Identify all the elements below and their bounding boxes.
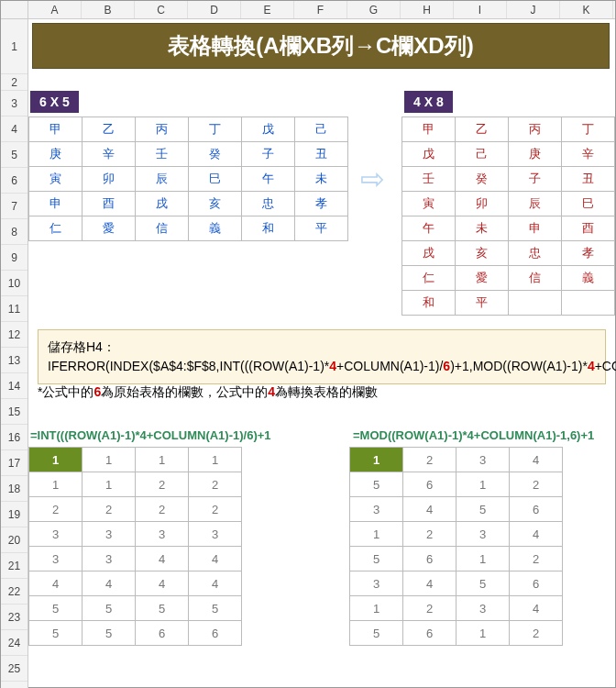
cell[interactable]: 1 xyxy=(29,448,82,472)
row-15[interactable]: 15 xyxy=(1,399,28,425)
cell[interactable]: 丁 xyxy=(562,117,615,142)
cell[interactable]: 3 xyxy=(456,522,510,547)
cell[interactable]: 4 xyxy=(136,547,189,571)
cell[interactable]: 申 xyxy=(509,216,562,241)
cell[interactable]: 平 xyxy=(295,216,348,241)
cell[interactable]: 2 xyxy=(136,472,189,497)
cell[interactable]: 和 xyxy=(402,291,456,316)
col-F[interactable]: F xyxy=(294,1,347,18)
cell[interactable]: 4 xyxy=(136,571,189,596)
cell[interactable]: 3 xyxy=(350,571,403,596)
cell[interactable]: 4 xyxy=(29,571,82,596)
cell[interactable]: 1 xyxy=(82,472,136,497)
cell[interactable]: 信 xyxy=(509,266,562,291)
cell[interactable]: 2 xyxy=(82,497,136,522)
col-K[interactable]: K xyxy=(560,1,613,18)
cell[interactable]: 愛 xyxy=(82,216,136,241)
cell[interactable] xyxy=(509,291,562,316)
cell[interactable]: 2 xyxy=(136,497,189,522)
cell[interactable]: 丑 xyxy=(295,142,348,167)
row-12[interactable]: 12 xyxy=(1,322,28,348)
cell[interactable]: 5 xyxy=(29,621,82,646)
cell[interactable]: 義 xyxy=(562,266,615,291)
row-10[interactable]: 10 xyxy=(1,271,28,296)
cell[interactable]: 3 xyxy=(456,596,510,621)
cell[interactable]: 4 xyxy=(82,571,136,596)
row-16[interactable]: 16 xyxy=(1,425,28,450)
col-C[interactable]: C xyxy=(135,1,188,18)
cell[interactable]: 2 xyxy=(403,448,456,472)
cell[interactable]: 壬 xyxy=(136,142,189,167)
cell[interactable]: 己 xyxy=(456,142,509,167)
row-5[interactable]: 5 xyxy=(1,142,28,168)
cell[interactable]: 義 xyxy=(189,216,242,241)
cell[interactable]: 6 xyxy=(403,472,456,497)
cell[interactable]: 1 xyxy=(136,448,189,472)
row-17[interactable]: 17 xyxy=(1,450,28,476)
cell[interactable]: 6 xyxy=(189,621,242,646)
row-25[interactable]: 25 xyxy=(1,656,28,682)
cell-area[interactable]: 表格轉換(A欄XB列→C欄XD列) 6 X 5 4 X 8 ⇨ 甲乙丙丁戊己庚辛… xyxy=(28,19,615,688)
cell[interactable]: 己 xyxy=(295,117,348,142)
cell[interactable]: 5 xyxy=(189,596,242,621)
row-9[interactable]: 9 xyxy=(1,245,28,271)
cell[interactable]: 愛 xyxy=(456,266,509,291)
cell[interactable]: 甲 xyxy=(29,117,82,142)
cell[interactable]: 申 xyxy=(29,192,82,216)
cell[interactable]: 卯 xyxy=(82,167,136,192)
cell[interactable]: 5 xyxy=(350,621,403,646)
cell[interactable]: 1 xyxy=(456,472,510,497)
row-24[interactable]: 24 xyxy=(1,630,28,656)
cell[interactable]: 辛 xyxy=(82,142,136,167)
cell[interactable]: 仁 xyxy=(29,216,82,241)
cell[interactable]: 2 xyxy=(510,621,563,646)
cell[interactable]: 4 xyxy=(403,571,456,596)
cell[interactable]: 午 xyxy=(402,216,456,241)
cell[interactable]: 未 xyxy=(456,216,509,241)
cell[interactable]: 6 xyxy=(510,497,563,522)
cell[interactable]: 辰 xyxy=(136,167,189,192)
cell[interactable] xyxy=(562,291,615,316)
cell[interactable]: 平 xyxy=(456,291,509,316)
cell[interactable]: 5 xyxy=(29,596,82,621)
cell[interactable]: 戌 xyxy=(136,192,189,216)
cell[interactable]: 5 xyxy=(82,621,136,646)
cell[interactable]: 5 xyxy=(350,472,403,497)
cell[interactable]: 酉 xyxy=(82,192,136,216)
cell[interactable]: 乙 xyxy=(456,117,509,142)
row-1[interactable]: 1 xyxy=(1,19,28,74)
cell[interactable]: 戊 xyxy=(402,142,456,167)
cell[interactable]: 3 xyxy=(350,497,403,522)
cell[interactable]: 4 xyxy=(510,596,563,621)
row-2[interactable]: 2 xyxy=(1,74,28,91)
cell[interactable]: 6 xyxy=(510,571,563,596)
cell[interactable]: 3 xyxy=(29,522,82,547)
cell[interactable]: 2 xyxy=(403,522,456,547)
cell[interactable]: 辛 xyxy=(562,142,615,167)
cell[interactable]: 信 xyxy=(136,216,189,241)
cell[interactable]: 5 xyxy=(82,596,136,621)
cell[interactable]: 2 xyxy=(189,497,242,522)
row-19[interactable]: 19 xyxy=(1,502,28,527)
cell[interactable]: 3 xyxy=(136,522,189,547)
cell[interactable]: 卯 xyxy=(456,192,509,216)
cell[interactable]: 未 xyxy=(295,167,348,192)
cell[interactable]: 午 xyxy=(242,167,295,192)
cell[interactable]: 4 xyxy=(189,547,242,571)
cell[interactable]: 2 xyxy=(403,596,456,621)
cell[interactable]: 子 xyxy=(509,167,562,192)
cell[interactable]: 戊 xyxy=(242,117,295,142)
cell[interactable]: 寅 xyxy=(402,192,456,216)
cell[interactable]: 4 xyxy=(403,497,456,522)
col-I[interactable]: I xyxy=(454,1,507,18)
cell[interactable]: 2 xyxy=(510,472,563,497)
cell[interactable]: 忠 xyxy=(509,241,562,266)
row-14[interactable]: 14 xyxy=(1,373,28,399)
cell[interactable]: 寅 xyxy=(29,167,82,192)
cell[interactable]: 巳 xyxy=(562,192,615,216)
col-B[interactable]: B xyxy=(82,1,135,18)
cell[interactable]: 1 xyxy=(189,448,242,472)
cell[interactable]: 壬 xyxy=(402,167,456,192)
cell[interactable]: 6 xyxy=(136,621,189,646)
select-all-corner[interactable] xyxy=(1,1,28,18)
